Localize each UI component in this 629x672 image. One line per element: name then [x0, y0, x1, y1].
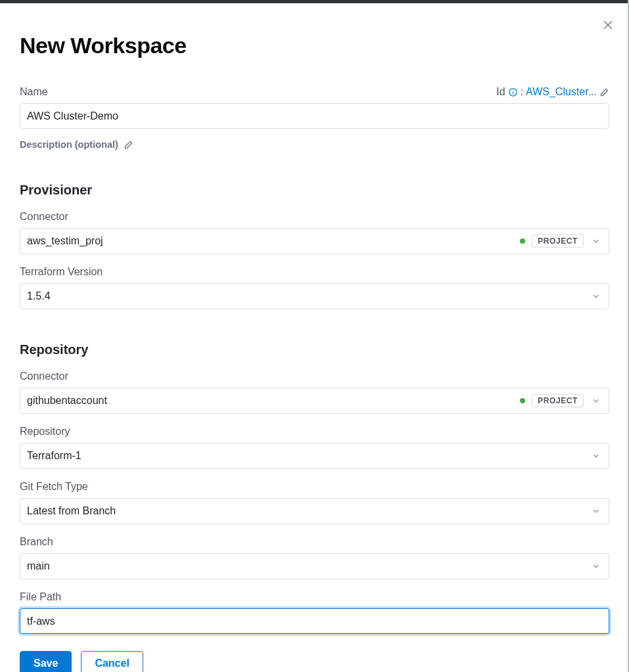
svg-point-4	[513, 90, 513, 91]
filepath-label: File Path	[20, 591, 609, 603]
chevron-down-icon	[592, 451, 601, 460]
repo-name-label: Repository	[20, 426, 609, 437]
provisioner-heading: Provisioner	[20, 183, 609, 198]
page-title: New Workspace	[20, 33, 609, 58]
edit-description-button[interactable]	[124, 140, 133, 150]
description-label: Description (optional)	[20, 139, 118, 150]
close-button[interactable]	[601, 18, 615, 32]
filepath-input[interactable]	[20, 608, 609, 634]
cancel-button[interactable]: Cancel	[81, 651, 143, 672]
terraform-version-value: 1.5.4	[27, 290, 584, 302]
repo-connector-label: Connector	[20, 370, 609, 382]
status-dot-icon	[520, 238, 525, 244]
repo-connector-select[interactable]: githubentaccount PROJECT	[20, 388, 609, 414]
terraform-version-label: Terraform Version	[20, 266, 609, 278]
repository-heading: Repository	[20, 342, 609, 357]
terraform-version-select[interactable]: 1.5.4	[20, 283, 609, 309]
branch-value: main	[27, 560, 584, 572]
repo-connector-value: githubentaccount	[27, 395, 520, 407]
scope-tag: PROJECT	[532, 235, 584, 248]
id-colon: :	[521, 86, 523, 98]
scope-tag: PROJECT	[532, 394, 584, 407]
id-block: Id : AWS_Cluster...	[496, 86, 609, 98]
name-input[interactable]	[20, 103, 609, 129]
fetch-type-select[interactable]: Latest from Branch	[20, 498, 609, 524]
chevron-down-icon	[592, 396, 601, 405]
status-dot-icon	[520, 398, 525, 403]
branch-select[interactable]: main	[20, 553, 609, 579]
fetch-type-value: Latest from Branch	[27, 505, 584, 517]
save-button[interactable]: Save	[20, 651, 72, 672]
provisioner-connector-value: aws_testim_proj	[27, 235, 520, 247]
info-icon[interactable]	[508, 87, 518, 97]
repo-name-select[interactable]: Terraform-1	[20, 443, 609, 469]
branch-label: Branch	[20, 536, 609, 548]
window-top-strip	[0, 0, 629, 3]
chevron-down-icon	[592, 292, 601, 301]
provisioner-connector-label: Connector	[20, 211, 609, 223]
provisioner-connector-select[interactable]: aws_testim_proj PROJECT	[20, 228, 609, 254]
chevron-down-icon	[592, 236, 601, 246]
name-label: Name	[20, 86, 48, 98]
close-icon	[601, 18, 615, 32]
repo-name-value: Terraform-1	[27, 450, 584, 462]
id-label: Id	[496, 86, 505, 98]
id-value: AWS_Cluster...	[526, 86, 597, 98]
edit-id-button[interactable]	[599, 87, 609, 97]
fetch-type-label: Git Fetch Type	[20, 481, 609, 493]
chevron-down-icon	[592, 506, 601, 516]
chevron-down-icon	[592, 562, 601, 571]
